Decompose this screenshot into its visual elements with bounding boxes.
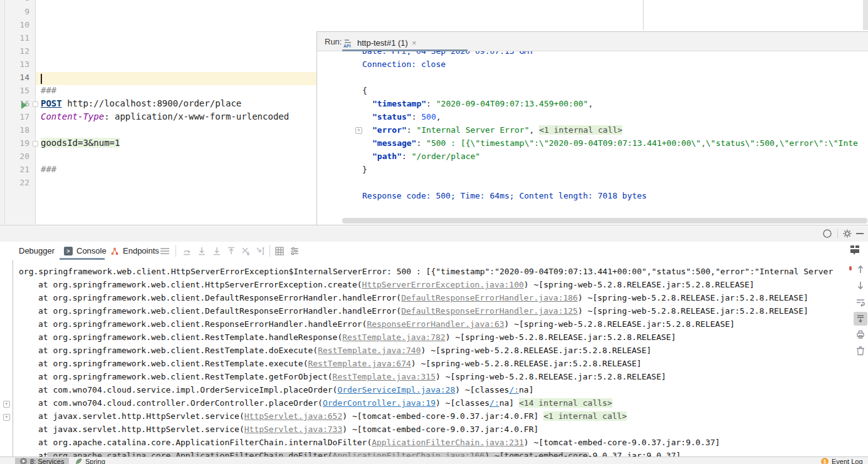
tab-debugger[interactable]: Debugger (19, 242, 55, 260)
run-header: Run: API http-test#1 (1) × (317, 32, 868, 51)
next-occurrence-icon[interactable] (855, 281, 865, 291)
spring-toolwindow-button[interactable]: Spring (70, 458, 110, 464)
stack-frame-link[interactable]: DefaultResponseErrorHandler.java:125 (401, 306, 578, 316)
stack-frame-link[interactable]: RestTemplate.java:315 (333, 372, 436, 381)
stack-frame-link[interactable]: HttpServlet.java:652 (244, 411, 343, 421)
down-to-line-icon[interactable] (197, 246, 207, 256)
console-line: at org.springframework.web.client.HttpSe… (19, 280, 755, 293)
console-line: at org.springframework.web.client.RestTe… (19, 333, 676, 346)
expand-fold-icon[interactable]: + (355, 127, 362, 134)
response-json-line: "timestamp": "2020-09-04T09:07:13.459+00… (362, 99, 593, 112)
stack-frame-link[interactable]: OrderServiceImpl.java:28 (337, 385, 455, 394)
console-line: at com.wno704.cloud.service.impl.OrderSe… (19, 385, 534, 398)
text-caret (41, 74, 42, 84)
spring-leaf-icon (75, 458, 82, 464)
console-line: at org.springframework.web.client.Defaul… (19, 293, 808, 306)
stack-frame-link[interactable]: RestTemplate.java:782 (342, 333, 445, 342)
stack-frame-link[interactable]: DefaultResponseErrorHandler.java:186 (401, 293, 578, 302)
debug-tab-bar: Debugger > Console Endpoints ▾ (0, 242, 868, 260)
down-to-line2-icon[interactable] (212, 246, 222, 256)
expand-fold-icon[interactable]: + (3, 414, 10, 421)
editor-scrollbar[interactable] (863, 0, 868, 30)
request-url: http://localhost:8900/order/place (62, 98, 242, 108)
stack-frame-link[interactable]: RestTemplate.java:674 (308, 359, 410, 368)
stack-frame-link[interactable]: ApplicationFilterChain.java:231 (372, 438, 524, 447)
http-response-console[interactable]: Date: Fri, 04 Sep 2020 09:07:13 GMT Conn… (317, 51, 868, 217)
minimize-icon[interactable] (856, 233, 864, 234)
console-line: at com.wno704.cloud.controller.OrderCont… (19, 398, 612, 411)
spring-label: Spring (85, 458, 105, 464)
editor-line: ### (41, 164, 56, 177)
scroll-to-end-button[interactable] (854, 312, 867, 326)
console-line: at org.springframework.web.client.Respon… (19, 319, 735, 333)
response-header-line: Date: Fri, 04 Sep 2020 09:07:13 GMT (362, 51, 534, 59)
services-toolwindow-button[interactable]: 8: Services (15, 458, 69, 464)
console-line: at javax.servlet.http.HttpServlet.servic… (19, 425, 538, 438)
chevron-down-icon: ▾ (853, 250, 855, 256)
gear-icon[interactable] (842, 229, 852, 239)
console-line: org.springframework.web.client.HttpServe… (19, 267, 833, 280)
target-icon[interactable] (822, 229, 832, 239)
classpath-link[interactable]: /: (509, 385, 519, 394)
console-line: at org.springframework.web.client.Defaul… (19, 306, 808, 319)
stack-frame-link[interactable]: RestTemplate.java:740 (318, 346, 421, 355)
menu-icon[interactable] (160, 247, 170, 255)
close-icon[interactable]: × (412, 38, 417, 48)
tab-label: Debugger (19, 246, 55, 255)
ide-window: 8 9 10 11 12 13 14 15 16 17 18 19 20 21 … (0, 0, 868, 464)
editor-split-divider (643, 0, 644, 30)
stack-frame-link[interactable]: ResponseErrorHandler.java:63 (367, 319, 504, 329)
delete-icon[interactable] (856, 346, 865, 356)
internal-calls-badge: <1 internal call> (543, 411, 627, 421)
classpath-link[interactable]: /: (489, 398, 499, 408)
prev-occurrence-icon[interactable] (855, 264, 865, 274)
console-line: at org.springframework.web.client.RestTe… (19, 359, 642, 372)
mute-breakpoints-icon[interactable] (241, 246, 251, 256)
scroll-to-caret-icon[interactable] (256, 246, 266, 256)
tab-label: Console (76, 246, 107, 255)
event-log-button[interactable]: 1 Event Log (816, 458, 868, 464)
run-horizontal-scrollbar[interactable] (342, 218, 867, 224)
header-value: : application/x-www-form-urlencoded (104, 111, 289, 121)
editor-content[interactable]: ### POST http://localhost:8900/order/pla… (0, 0, 316, 224)
run-tab-title: http-test#1 (1) (357, 38, 408, 48)
separator (175, 245, 176, 257)
response-header-line: Connection: close (362, 59, 446, 73)
console-horizontal-scrollbar[interactable] (47, 452, 589, 456)
stack-frame-link[interactable]: HttpServlet.java:733 (244, 425, 343, 434)
stack-frame-link[interactable]: OrderController.java:19 (323, 398, 436, 408)
up-stack-icon[interactable] (182, 246, 192, 256)
event-log-label: Event Log (832, 458, 863, 464)
separator (269, 245, 270, 257)
tab-endpoints[interactable]: Endpoints (110, 242, 159, 260)
scroll-to-end-icon (855, 314, 865, 324)
print-icon[interactable] (855, 329, 865, 339)
event-count-badge: 1 (821, 458, 829, 464)
run-tool-window: Run: API http-test#1 (1) × {} <> H (316, 31, 868, 225)
expand-fold-icon[interactable]: + (3, 401, 10, 408)
header-name: Content-Type (41, 111, 104, 121)
request-body: goodsId=3&num=1 (41, 138, 120, 148)
console-line: at org.springframework.web.client.RestTe… (19, 372, 666, 385)
console-line: at org.springframework.web.client.RestTe… (19, 346, 651, 359)
response-json-line: "error": "Internal Server Error", <1 int… (362, 125, 622, 138)
console-line: at org.apache.catalina.core.ApplicationF… (19, 438, 720, 451)
editor-line: goodsId=3&num=1 (41, 138, 120, 151)
tab-label: Endpoints (123, 246, 159, 255)
response-json-line: } (362, 165, 367, 178)
tool-window-splitter[interactable] (0, 225, 868, 225)
tab-console[interactable]: > Console (64, 242, 107, 260)
up-from-line-icon[interactable] (226, 246, 236, 256)
http-method-keyword: POST (41, 98, 62, 108)
editor-line: POST http://localhost:8900/order/place (41, 98, 241, 111)
filter-settings-icon[interactable] (290, 246, 300, 256)
editor-line: ### (41, 85, 56, 98)
debug-console-output[interactable]: org.springframework.web.client.HttpServe… (0, 260, 868, 464)
soft-wrap-icon[interactable] (855, 297, 865, 307)
stack-frame-link[interactable]: HttpServerErrorException.java:100 (362, 280, 524, 289)
run-tab[interactable]: API http-test#1 (1) × (343, 34, 417, 51)
response-json-line: "path": "/order/place" (362, 152, 480, 165)
grid-icon[interactable] (275, 246, 285, 256)
services-icon (20, 458, 27, 464)
http-request-api-icon: API (343, 38, 353, 48)
